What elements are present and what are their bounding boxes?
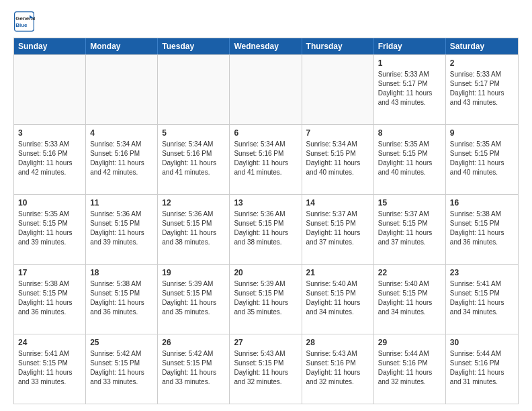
cell-detail: Sunrise: 5:34 AM Sunset: 5:15 PM Dayligh… xyxy=(306,140,369,177)
calendar-cell: 7Sunrise: 5:34 AM Sunset: 5:15 PM Daylig… xyxy=(302,125,374,194)
calendar-cell xyxy=(14,55,86,124)
cell-detail: Sunrise: 5:38 AM Sunset: 5:15 PM Dayligh… xyxy=(450,210,514,247)
day-number: 9 xyxy=(450,128,514,138)
day-number: 14 xyxy=(306,197,369,208)
calendar-cell xyxy=(158,55,230,124)
calendar-cell: 5Sunrise: 5:34 AM Sunset: 5:16 PM Daylig… xyxy=(158,125,230,194)
day-number: 3 xyxy=(18,128,81,138)
cell-detail: Sunrise: 5:34 AM Sunset: 5:16 PM Dayligh… xyxy=(90,140,153,177)
day-number: 18 xyxy=(90,267,153,278)
calendar-cell: 8Sunrise: 5:35 AM Sunset: 5:15 PM Daylig… xyxy=(374,125,446,194)
calendar-cell: 30Sunrise: 5:44 AM Sunset: 5:16 PM Dayli… xyxy=(446,334,518,404)
calendar-cell: 24Sunrise: 5:41 AM Sunset: 5:15 PM Dayli… xyxy=(14,334,86,404)
cell-detail: Sunrise: 5:33 AM Sunset: 5:16 PM Dayligh… xyxy=(18,140,81,177)
calendar-cell: 12Sunrise: 5:36 AM Sunset: 5:15 PM Dayli… xyxy=(158,195,230,264)
day-number: 16 xyxy=(450,197,514,208)
calendar-cell: 17Sunrise: 5:38 AM Sunset: 5:15 PM Dayli… xyxy=(14,265,86,334)
calendar-cell xyxy=(86,55,158,124)
weekday-header: Friday xyxy=(374,38,446,54)
day-number: 2 xyxy=(450,58,514,68)
cell-detail: Sunrise: 5:44 AM Sunset: 5:16 PM Dayligh… xyxy=(378,349,441,387)
day-number: 15 xyxy=(378,197,441,208)
cell-detail: Sunrise: 5:38 AM Sunset: 5:15 PM Dayligh… xyxy=(18,279,81,317)
calendar-cell: 27Sunrise: 5:43 AM Sunset: 5:15 PM Dayli… xyxy=(230,334,302,404)
calendar: SundayMondayTuesdayWednesdayThursdayFrid… xyxy=(13,38,519,404)
calendar-cell: 15Sunrise: 5:37 AM Sunset: 5:15 PM Dayli… xyxy=(374,195,446,264)
day-number: 22 xyxy=(378,267,441,278)
calendar-cell: 26Sunrise: 5:42 AM Sunset: 5:15 PM Dayli… xyxy=(158,334,230,404)
cell-detail: Sunrise: 5:35 AM Sunset: 5:15 PM Dayligh… xyxy=(378,140,441,177)
cell-detail: Sunrise: 5:33 AM Sunset: 5:17 PM Dayligh… xyxy=(378,70,441,107)
cell-detail: Sunrise: 5:42 AM Sunset: 5:15 PM Dayligh… xyxy=(162,349,225,387)
calendar-body: 1Sunrise: 5:33 AM Sunset: 5:17 PM Daylig… xyxy=(14,54,518,404)
cell-detail: Sunrise: 5:41 AM Sunset: 5:15 PM Dayligh… xyxy=(18,349,81,387)
day-number: 21 xyxy=(306,267,369,278)
day-number: 6 xyxy=(234,128,297,138)
calendar-cell: 20Sunrise: 5:39 AM Sunset: 5:15 PM Dayli… xyxy=(230,265,302,334)
day-number: 29 xyxy=(378,337,441,348)
cell-detail: Sunrise: 5:42 AM Sunset: 5:15 PM Dayligh… xyxy=(90,349,153,387)
calendar-cell: 28Sunrise: 5:43 AM Sunset: 5:16 PM Dayli… xyxy=(302,334,374,404)
header: General Blue xyxy=(13,11,519,32)
day-number: 7 xyxy=(306,128,369,138)
cell-detail: Sunrise: 5:40 AM Sunset: 5:15 PM Dayligh… xyxy=(378,279,441,317)
page: General Blue SundayMondayTuesdayWednesda… xyxy=(0,0,532,411)
calendar-cell: 23Sunrise: 5:41 AM Sunset: 5:15 PM Dayli… xyxy=(446,265,518,334)
svg-text:General: General xyxy=(15,15,35,21)
day-number: 26 xyxy=(162,337,225,348)
cell-detail: Sunrise: 5:43 AM Sunset: 5:16 PM Dayligh… xyxy=(306,349,369,387)
calendar-cell: 21Sunrise: 5:40 AM Sunset: 5:15 PM Dayli… xyxy=(302,265,374,334)
calendar-cell: 19Sunrise: 5:39 AM Sunset: 5:15 PM Dayli… xyxy=(158,265,230,334)
day-number: 20 xyxy=(234,267,297,278)
day-number: 11 xyxy=(90,197,153,208)
calendar-row: 10Sunrise: 5:35 AM Sunset: 5:15 PM Dayli… xyxy=(14,194,518,264)
weekday-header: Sunday xyxy=(14,38,86,54)
svg-text:Blue: Blue xyxy=(15,22,28,28)
calendar-row: 1Sunrise: 5:33 AM Sunset: 5:17 PM Daylig… xyxy=(14,54,518,124)
day-number: 10 xyxy=(18,197,81,208)
cell-detail: Sunrise: 5:37 AM Sunset: 5:15 PM Dayligh… xyxy=(378,210,441,247)
cell-detail: Sunrise: 5:34 AM Sunset: 5:16 PM Dayligh… xyxy=(162,140,225,177)
day-number: 24 xyxy=(18,337,81,348)
calendar-row: 3Sunrise: 5:33 AM Sunset: 5:16 PM Daylig… xyxy=(14,124,518,194)
day-number: 25 xyxy=(90,337,153,348)
calendar-cell: 14Sunrise: 5:37 AM Sunset: 5:15 PM Dayli… xyxy=(302,195,374,264)
day-number: 4 xyxy=(90,128,153,138)
day-number: 1 xyxy=(378,58,441,68)
calendar-cell: 3Sunrise: 5:33 AM Sunset: 5:16 PM Daylig… xyxy=(14,125,86,194)
calendar-cell: 1Sunrise: 5:33 AM Sunset: 5:17 PM Daylig… xyxy=(374,55,446,124)
calendar-cell: 18Sunrise: 5:38 AM Sunset: 5:15 PM Dayli… xyxy=(86,265,158,334)
day-number: 27 xyxy=(234,337,297,348)
calendar-cell xyxy=(230,55,302,124)
weekday-header: Tuesday xyxy=(158,38,230,54)
logo: General Blue xyxy=(13,11,35,32)
day-number: 30 xyxy=(450,337,514,348)
cell-detail: Sunrise: 5:41 AM Sunset: 5:15 PM Dayligh… xyxy=(450,279,514,317)
calendar-cell: 16Sunrise: 5:38 AM Sunset: 5:15 PM Dayli… xyxy=(446,195,518,264)
calendar-header: SundayMondayTuesdayWednesdayThursdayFrid… xyxy=(14,38,518,54)
day-number: 12 xyxy=(162,197,225,208)
day-number: 5 xyxy=(162,128,225,138)
cell-detail: Sunrise: 5:38 AM Sunset: 5:15 PM Dayligh… xyxy=(90,279,153,317)
day-number: 8 xyxy=(378,128,441,138)
cell-detail: Sunrise: 5:34 AM Sunset: 5:16 PM Dayligh… xyxy=(234,140,297,177)
day-number: 23 xyxy=(450,267,514,278)
calendar-cell: 22Sunrise: 5:40 AM Sunset: 5:15 PM Dayli… xyxy=(374,265,446,334)
calendar-cell: 2Sunrise: 5:33 AM Sunset: 5:17 PM Daylig… xyxy=(446,55,518,124)
calendar-cell: 11Sunrise: 5:36 AM Sunset: 5:15 PM Dayli… xyxy=(86,195,158,264)
calendar-cell: 9Sunrise: 5:35 AM Sunset: 5:15 PM Daylig… xyxy=(446,125,518,194)
weekday-header: Saturday xyxy=(446,38,518,54)
weekday-header: Thursday xyxy=(302,38,374,54)
calendar-cell xyxy=(302,55,374,124)
logo-icon: General Blue xyxy=(13,11,35,32)
cell-detail: Sunrise: 5:36 AM Sunset: 5:15 PM Dayligh… xyxy=(90,210,153,247)
day-number: 17 xyxy=(18,267,81,278)
cell-detail: Sunrise: 5:36 AM Sunset: 5:15 PM Dayligh… xyxy=(234,210,297,247)
cell-detail: Sunrise: 5:35 AM Sunset: 5:15 PM Dayligh… xyxy=(18,210,81,247)
weekday-header: Monday xyxy=(86,38,158,54)
weekday-header: Wednesday xyxy=(230,38,302,54)
cell-detail: Sunrise: 5:37 AM Sunset: 5:15 PM Dayligh… xyxy=(306,210,369,247)
day-number: 13 xyxy=(234,197,297,208)
day-number: 28 xyxy=(306,337,369,348)
calendar-row: 17Sunrise: 5:38 AM Sunset: 5:15 PM Dayli… xyxy=(14,264,518,334)
